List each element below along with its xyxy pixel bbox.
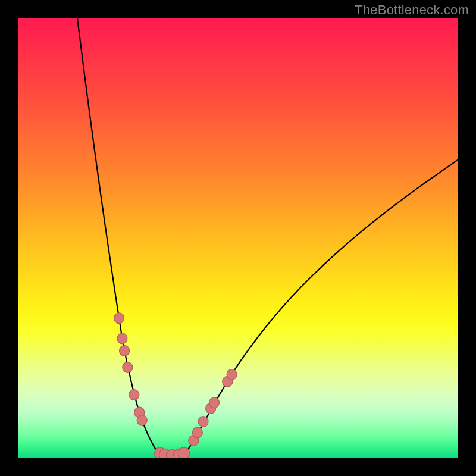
data-marker [123, 362, 133, 373]
data-marker [227, 369, 237, 380]
chart-frame: TheBottleneck.com [0, 0, 476, 476]
watermark-text: TheBottleneck.com [355, 2, 469, 18]
data-marker [192, 427, 202, 438]
data-marker [117, 333, 127, 344]
data-marker [114, 313, 124, 324]
curve-svg [18, 18, 458, 458]
data-marker [137, 415, 147, 425]
data-marker [198, 416, 208, 427]
data-marker [120, 346, 130, 356]
plot-area [18, 18, 458, 458]
data-marker [129, 390, 139, 400]
data-marker [209, 397, 220, 408]
data-marker [178, 447, 189, 458]
